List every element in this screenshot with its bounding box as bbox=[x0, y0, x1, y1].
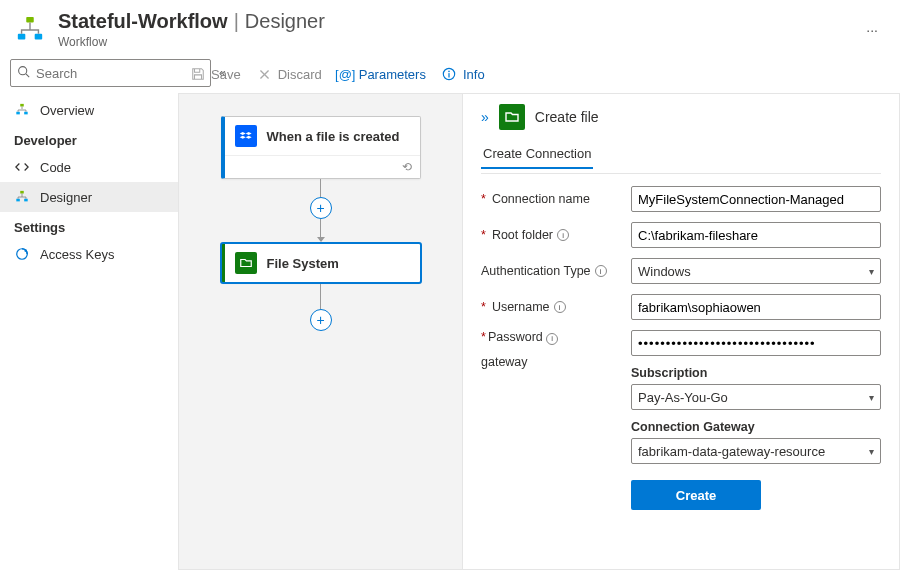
page-header: Stateful-Workflow | Designer Workflow ··… bbox=[0, 0, 900, 55]
workflow-app-icon bbox=[14, 14, 46, 46]
svg-rect-16 bbox=[449, 73, 450, 77]
parameters-button[interactable]: [@] Parameters bbox=[338, 67, 426, 82]
add-step-button[interactable]: + bbox=[310, 197, 332, 219]
card-title: When a file is created bbox=[267, 129, 400, 144]
chevron-down-icon: ▾ bbox=[869, 446, 874, 457]
panel-action-icon bbox=[499, 104, 525, 130]
sidebar-item-label: Code bbox=[40, 160, 71, 175]
username-input[interactable] bbox=[631, 294, 881, 320]
info-icon bbox=[442, 67, 457, 82]
properties-panel: » Create file Create Connection *Connect… bbox=[462, 93, 900, 570]
discard-button[interactable]: Discard bbox=[257, 67, 322, 82]
label-subscription: Subscription bbox=[631, 366, 881, 380]
label-root-folder: *Root folder i bbox=[481, 228, 621, 242]
more-menu-button[interactable]: ··· bbox=[858, 18, 886, 42]
svg-rect-2 bbox=[35, 33, 43, 39]
add-step-button[interactable]: + bbox=[310, 309, 332, 331]
svg-rect-1 bbox=[18, 33, 26, 39]
sidebar-item-label: Access Keys bbox=[40, 247, 114, 262]
svg-rect-8 bbox=[20, 191, 24, 194]
label-password-gateway: *Password i gateway bbox=[481, 330, 621, 369]
svg-rect-7 bbox=[24, 112, 28, 115]
sidebar-item-designer[interactable]: Designer bbox=[0, 182, 178, 212]
link-icon: ⟲ bbox=[402, 160, 412, 174]
designer-canvas[interactable]: When a file is created ⟲ + bbox=[178, 93, 462, 570]
svg-rect-6 bbox=[16, 112, 20, 115]
parameters-icon: [@] bbox=[338, 67, 353, 82]
workflow-action-card[interactable]: File System bbox=[221, 243, 421, 283]
overview-icon bbox=[14, 102, 30, 118]
filesystem-icon bbox=[235, 252, 257, 274]
sidebar: « Overview Developer Code Designer bbox=[0, 55, 178, 570]
page-subtitle: Workflow bbox=[58, 35, 846, 49]
title-separator: | bbox=[232, 10, 241, 33]
sidebar-item-label: Designer bbox=[40, 190, 92, 205]
password-input[interactable] bbox=[631, 330, 881, 356]
svg-point-3 bbox=[19, 67, 27, 75]
panel-collapse-button[interactable]: » bbox=[481, 109, 489, 125]
chevron-down-icon: ▾ bbox=[869, 266, 874, 277]
info-icon[interactable]: i bbox=[554, 301, 566, 313]
svg-rect-5 bbox=[20, 104, 24, 107]
tab-create-connection[interactable]: Create Connection bbox=[481, 140, 593, 169]
page-title: Stateful-Workflow bbox=[58, 10, 228, 33]
info-icon[interactable]: i bbox=[557, 229, 569, 241]
title-block: Stateful-Workflow | Designer Workflow bbox=[58, 10, 846, 49]
access-keys-icon bbox=[14, 246, 30, 262]
card-title: File System bbox=[267, 256, 339, 271]
save-button[interactable]: Save bbox=[190, 67, 241, 82]
svg-rect-10 bbox=[24, 199, 28, 202]
toolbar: Save Discard [@] Parameters Info bbox=[178, 55, 900, 93]
discard-icon bbox=[257, 67, 272, 82]
sidebar-section-settings: Settings bbox=[0, 212, 178, 239]
divider bbox=[481, 173, 881, 174]
sidebar-item-label: Overview bbox=[40, 103, 94, 118]
connection-gateway-select[interactable]: fabrikam-data-gateway-resource ▾ bbox=[631, 438, 881, 464]
connector-end: + bbox=[179, 283, 462, 331]
sidebar-item-code[interactable]: Code bbox=[0, 152, 178, 182]
root-folder-input[interactable] bbox=[631, 222, 881, 248]
auth-type-select[interactable]: Windows ▾ bbox=[631, 258, 881, 284]
label-connection-gateway: Connection Gateway bbox=[631, 420, 881, 434]
label-auth-type: Authentication Type i bbox=[481, 264, 621, 278]
connector: + bbox=[179, 179, 462, 243]
svg-rect-9 bbox=[16, 199, 20, 202]
label-connection-name: *Connection name bbox=[481, 192, 621, 206]
svg-point-15 bbox=[449, 71, 451, 73]
svg-line-4 bbox=[26, 74, 29, 77]
sidebar-section-developer: Developer bbox=[0, 125, 178, 152]
chevron-down-icon: ▾ bbox=[869, 392, 874, 403]
create-button[interactable]: Create bbox=[631, 480, 761, 510]
connection-name-input[interactable] bbox=[631, 186, 881, 212]
info-icon[interactable]: i bbox=[595, 265, 607, 277]
sidebar-item-access-keys[interactable]: Access Keys bbox=[0, 239, 178, 269]
page-context: Designer bbox=[245, 10, 325, 33]
info-icon[interactable]: i bbox=[546, 333, 558, 345]
svg-rect-0 bbox=[26, 16, 34, 22]
code-icon bbox=[14, 159, 30, 175]
sidebar-item-overview[interactable]: Overview bbox=[0, 95, 178, 125]
designer-icon bbox=[14, 189, 30, 205]
subscription-select[interactable]: Pay-As-You-Go ▾ bbox=[631, 384, 881, 410]
save-icon bbox=[190, 67, 205, 82]
panel-title: Create file bbox=[535, 109, 599, 125]
search-icon bbox=[17, 65, 30, 81]
workflow-trigger-card[interactable]: When a file is created ⟲ bbox=[221, 116, 421, 179]
label-username: *Username i bbox=[481, 300, 621, 314]
info-button[interactable]: Info bbox=[442, 67, 485, 82]
dropbox-icon bbox=[235, 125, 257, 147]
